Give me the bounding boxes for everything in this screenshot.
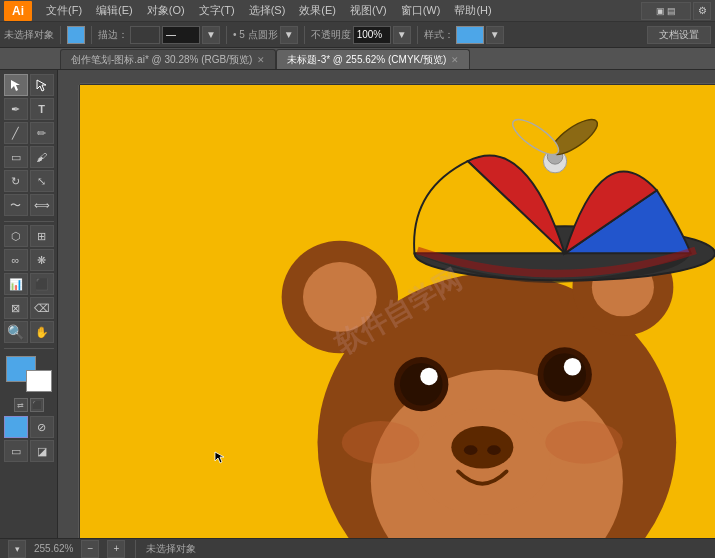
tool-sep2	[4, 348, 54, 349]
bottom-bar: ▾ 255.62% − + 未选择对象	[0, 538, 715, 558]
svg-point-12	[487, 445, 501, 455]
symbol-tool[interactable]: ❋	[30, 249, 54, 271]
default-colors-btn[interactable]: ⬛	[30, 398, 44, 412]
tab-0-close[interactable]: ✕	[257, 55, 265, 65]
svg-point-11	[464, 445, 478, 455]
ai-logo: Ai	[4, 1, 32, 21]
menu-window[interactable]: 窗口(W)	[395, 1, 447, 20]
stroke-value-input[interactable]	[162, 26, 200, 44]
svg-point-20	[545, 421, 623, 464]
change-screen-btn[interactable]: ▭	[4, 440, 28, 462]
menu-select[interactable]: 选择(S)	[243, 1, 292, 20]
sep4	[304, 26, 305, 44]
opacity-section: 不透明度 ▼	[311, 26, 411, 44]
style-swatch[interactable]	[456, 26, 484, 44]
warp-tools-row: 〜 ⟺	[4, 194, 54, 216]
bear-illustration: 软件自学网	[80, 85, 715, 538]
tab-1[interactable]: 未标题-3* @ 255.62% (CMYK/预览) ✕	[276, 49, 470, 69]
slice-tool[interactable]: ⊠	[4, 297, 28, 319]
paint-bucket[interactable]: ⬡	[4, 225, 28, 247]
sep2	[91, 26, 92, 44]
stroke-color-inner	[29, 373, 49, 389]
opacity-dropdown[interactable]: ▼	[393, 26, 411, 44]
color-mode-row: ⊘	[4, 416, 54, 438]
tab-1-label: 未标题-3* @ 255.62% (CMYK/预览)	[287, 53, 446, 67]
brush-tool[interactable]: 🖌	[30, 146, 54, 168]
svg-point-15	[420, 368, 437, 385]
mini-tools: ⇄ ⬛	[14, 398, 44, 412]
main-area: ✒ T ╱ ✏ ▭ 🖌 ↻ ⤡ 〜 ⟺ ⬡ ⊞ ∞ ❋ 📊 ⬛	[0, 70, 715, 538]
hand-tool[interactable]: ✋	[30, 321, 54, 343]
ruler-corner	[58, 70, 80, 85]
brush-label: • 5 点圆形	[233, 28, 278, 42]
extra-tools-row: ▭ ◪	[4, 440, 54, 462]
menu-effect[interactable]: 效果(E)	[293, 1, 342, 20]
extra-tool2[interactable]: ◪	[30, 440, 54, 462]
paint-tools-row: ⬡ ⊞	[4, 225, 54, 247]
rotate-tool[interactable]: ↻	[4, 170, 28, 192]
mesh-tool[interactable]: ⊞	[30, 225, 54, 247]
scale-tool[interactable]: ⤡	[30, 170, 54, 192]
fill-color-swatch[interactable]	[67, 26, 85, 44]
select-tool[interactable]	[4, 74, 28, 96]
stroke-color-box[interactable]	[26, 370, 52, 392]
line-tool[interactable]: ╱	[4, 122, 28, 144]
menu-help[interactable]: 帮助(H)	[448, 1, 497, 20]
zoom-label: 255.62%	[34, 543, 73, 554]
stroke-dropdown[interactable]: ▼	[202, 26, 220, 44]
blend-tools-row: ∞ ❋	[4, 249, 54, 271]
svg-point-10	[451, 426, 513, 469]
menu-object[interactable]: 对象(O)	[141, 1, 191, 20]
menu-file[interactable]: 文件(F)	[40, 1, 88, 20]
svg-point-18	[564, 358, 581, 375]
menu-text[interactable]: 文字(T)	[193, 1, 241, 20]
style-label: 样式：	[424, 28, 454, 42]
selection-status: 未选择对象	[4, 28, 54, 42]
tab-0[interactable]: 创作笔划-图标.ai* @ 30.28% (RGB/预览) ✕	[60, 49, 276, 69]
style-section: 样式： ▼	[424, 26, 504, 44]
slice-tools-row: ⊠ ⌫	[4, 297, 54, 319]
color-btn[interactable]	[4, 416, 28, 438]
pencil-tool[interactable]: ✏	[30, 122, 54, 144]
swap-colors-btn[interactable]: ⇄	[14, 398, 28, 412]
sep5	[417, 26, 418, 44]
brush-dropdown[interactable]: ▼	[280, 26, 298, 44]
rect-tool[interactable]: ▭	[4, 146, 28, 168]
direct-select-tool[interactable]	[30, 74, 54, 96]
selection-tools-row	[4, 74, 54, 96]
warp-tool[interactable]: 〜	[4, 194, 28, 216]
arrange-btn[interactable]: ▣ ▤	[641, 2, 691, 20]
rotate-tools-row: ↻ ⤡	[4, 170, 54, 192]
erase-tool[interactable]: ⌫	[30, 297, 54, 319]
opacity-input[interactable]	[353, 26, 391, 44]
stroke-label: 描边：	[98, 28, 128, 42]
extras-btn[interactable]: ⚙	[693, 2, 711, 20]
zoom-tool[interactable]: 🔍	[4, 321, 28, 343]
bottom-sep1	[135, 540, 136, 558]
doc-settings-btn[interactable]: 文档设置	[647, 26, 711, 44]
color-display	[6, 356, 52, 392]
zoom-tools-row: 🔍 ✋	[4, 321, 54, 343]
menu-view[interactable]: 视图(V)	[344, 1, 393, 20]
brush-section: • 5 点圆形 ▼	[233, 26, 298, 44]
tab-1-close[interactable]: ✕	[451, 55, 459, 65]
zoom-in-btn[interactable]: +	[107, 540, 125, 558]
menu-bar: Ai 文件(F) 编辑(E) 对象(O) 文字(T) 选择(S) 效果(E) 视…	[0, 0, 715, 22]
tool-sep1	[4, 221, 54, 222]
menu-edit[interactable]: 编辑(E)	[90, 1, 139, 20]
status-info: 未选择对象	[146, 542, 196, 556]
line-tools-row: ╱ ✏	[4, 122, 54, 144]
artboard-tool[interactable]: ⬛	[30, 273, 54, 295]
ruler-vertical	[58, 70, 80, 538]
width-tool[interactable]: ⟺	[30, 194, 54, 216]
stroke-select[interactable]	[130, 26, 160, 44]
type-tool[interactable]: T	[30, 98, 54, 120]
none-btn[interactable]: ⊘	[30, 416, 54, 438]
style-dropdown[interactable]: ▼	[486, 26, 504, 44]
artboard-select[interactable]: ▾	[8, 540, 26, 558]
pen-tool[interactable]: ✒	[4, 98, 28, 120]
zoom-out-btn[interactable]: −	[81, 540, 99, 558]
blend-tool[interactable]: ∞	[4, 249, 28, 271]
column-graph-tool[interactable]: 📊	[4, 273, 28, 295]
svg-point-6	[303, 262, 377, 332]
